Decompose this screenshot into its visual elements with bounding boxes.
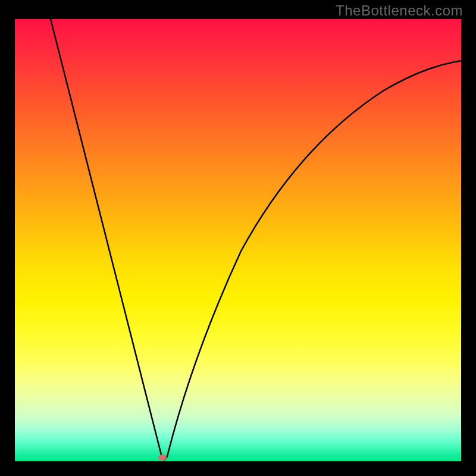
watermark-text: TheBottleneck.com [336,2,463,19]
chart-container: TheBottleneck.com [0,0,476,476]
minimum-marker [158,455,167,461]
plot-area [15,19,461,461]
curve-line [15,19,461,461]
